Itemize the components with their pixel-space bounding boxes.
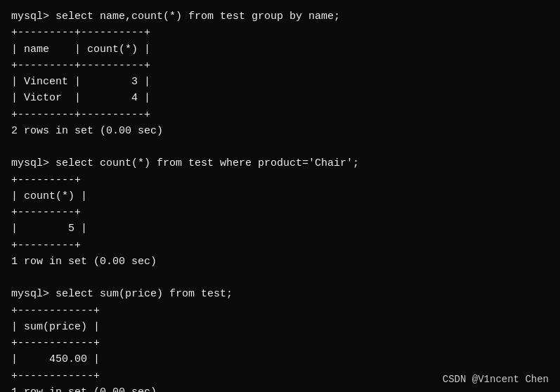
line-10: mysql> select count(*) from test where p…	[11, 157, 359, 169]
line-11: +---------+	[11, 174, 81, 186]
line-23: +------------+	[11, 370, 100, 382]
line-5: | Vincent | 3 |	[11, 76, 150, 88]
line-7: +---------+----------+	[11, 109, 150, 121]
line-3: | name | count(*) |	[11, 44, 150, 55]
line-19: +------------+	[11, 305, 100, 317]
line-20: | sum(price) |	[11, 321, 100, 333]
watermark-text: CSDN @V1ncent Chen	[443, 374, 549, 385]
line-15: +---------+	[11, 240, 81, 251]
line-24: 1 row in set (0.00 sec)	[11, 386, 157, 392]
line-4: +---------+----------+	[11, 60, 150, 72]
line-12: | count(*) |	[11, 190, 87, 202]
line-14: | 5 |	[11, 223, 87, 235]
terminal-window: mysql> select name,count(*) from test gr…	[0, 0, 560, 392]
line-22: | 450.00 |	[11, 353, 100, 365]
line-8: 2 rows in set (0.00 sec)	[11, 125, 163, 137]
line-16: 1 row in set (0.00 sec)	[11, 256, 157, 268]
line-18: mysql> select sum(price) from test;	[11, 288, 233, 300]
line-6: | Victor | 4 |	[11, 92, 150, 104]
line-1: mysql> select name,count(*) from test gr…	[11, 11, 340, 22]
line-21: +------------+	[11, 337, 100, 349]
line-13: +---------+	[11, 207, 81, 218]
terminal-output: mysql> select name,count(*) from test gr…	[11, 8, 549, 392]
line-2: +---------+----------+	[11, 27, 150, 39]
